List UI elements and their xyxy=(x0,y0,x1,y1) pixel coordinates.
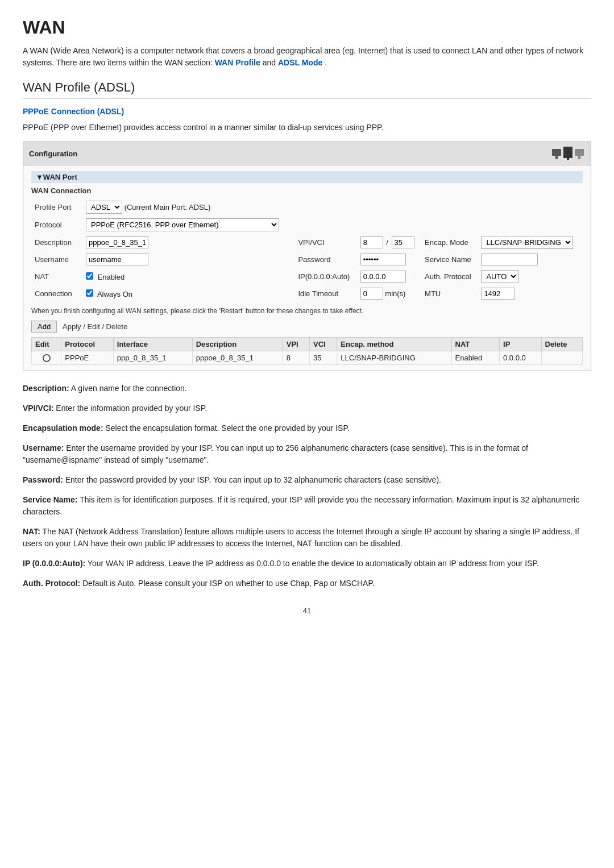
profile-port-suffix: (Current Main Port: ADSL) xyxy=(125,203,211,211)
svg-rect-2 xyxy=(575,149,584,156)
row-edit xyxy=(32,351,61,365)
profile-port-label: Profile Port xyxy=(31,198,82,216)
mtu-input[interactable] xyxy=(481,288,515,300)
section-title: WAN Profile (ADSL) xyxy=(23,80,591,99)
service-name-input[interactable] xyxy=(481,254,538,265)
desc-service-name-text: This item is for identification purposes… xyxy=(23,495,579,516)
col-edit: Edit xyxy=(32,337,61,351)
idle-unit: min(s) xyxy=(385,289,405,298)
col-encap: Encap. method xyxy=(337,337,451,351)
always-on-label: Always On xyxy=(97,290,132,298)
add-button[interactable]: Add xyxy=(31,321,57,333)
row-vpi: 8 xyxy=(283,351,309,365)
desc-description-term: Description: xyxy=(23,384,69,393)
nat-enabled-label: Enabled xyxy=(98,273,125,281)
desc-nat-text: The NAT (Network Address Translation) fe… xyxy=(23,527,579,548)
desc-auth-text: Default is Auto. Please consult your ISP… xyxy=(82,579,375,588)
config-body: ▼WAN Port WAN Connection Profile Port AD… xyxy=(23,165,591,371)
desc-encap-term: Encapsulation mode: xyxy=(23,423,103,433)
encap-select[interactable]: LLC/SNAP-BRIDGING xyxy=(481,236,573,249)
nat-row: NAT Enabled IP(0.0.0.0:Auto) Auth. Proto… xyxy=(31,268,583,285)
desc-nat: NAT: The NAT (Network Address Translatio… xyxy=(23,526,591,550)
desc-username-term: Username: xyxy=(23,443,64,452)
row-vci: 35 xyxy=(310,351,337,365)
desc-description-text: A given name for the connection. xyxy=(71,384,187,393)
config-header-icons xyxy=(551,146,585,161)
page-number: 41 xyxy=(23,607,591,615)
desc-service-name-term: Service Name: xyxy=(23,495,78,504)
table-header: Edit Protocol Interface Description VPI … xyxy=(32,337,583,351)
add-apply-row: Add Apply / Edit / Delete xyxy=(31,321,583,333)
col-nat: NAT xyxy=(451,337,500,351)
subsection-title: PPPoE Connection (ADSL) xyxy=(23,107,591,116)
description-label: Description xyxy=(31,234,82,251)
ip-input[interactable] xyxy=(360,271,406,283)
auth-protocol-select[interactable]: AUTO xyxy=(481,270,518,283)
svg-rect-4 xyxy=(567,158,569,160)
service-name-label: Service Name xyxy=(421,251,478,268)
wan-port-section: ▼WAN Port xyxy=(31,171,583,183)
username-input[interactable] xyxy=(86,254,148,265)
wan-port-label: ▼WAN Port xyxy=(36,173,77,181)
svg-rect-3 xyxy=(555,156,558,159)
row-protocol: PPPoE xyxy=(61,351,114,365)
vci-input[interactable] xyxy=(392,236,414,248)
page-title: WAN xyxy=(23,17,591,38)
table-body: PPPoE ppp_0_8_35_1 pppoe_0_8_35_1 8 35 L… xyxy=(32,351,583,365)
profile-port-select[interactable]: ADSL xyxy=(86,201,122,214)
adsl-mode-link[interactable]: ADSL Mode xyxy=(278,58,322,67)
row-description: pppoe_0_8_35_1 xyxy=(192,351,283,365)
desc-auth: Auth. Protocol: Default is Auto. Please … xyxy=(23,578,591,589)
desc-service-name: Service Name: This item is for identific… xyxy=(23,494,591,518)
desc-encap: Encapsulation mode: Select the encapsula… xyxy=(23,422,591,434)
col-delete: Delete xyxy=(541,337,583,351)
svg-rect-5 xyxy=(578,156,580,159)
connection-row: Connection Always On Idle Timeout min(s)… xyxy=(31,285,583,302)
idle-timeout-input[interactable] xyxy=(360,288,383,300)
description-input[interactable] xyxy=(86,236,148,248)
config-box: Configuration ▼WAN Port WAN Connection P… xyxy=(23,142,591,371)
vpi-label: VPI/VCI xyxy=(294,234,356,251)
wan-profile-link[interactable]: WAN Profile xyxy=(215,58,260,67)
row-encap: LLC/SNAP-BRIDGING xyxy=(337,351,451,365)
protocol-row: Protocol PPPoE (RFC2516, PPP over Ethern… xyxy=(31,216,583,234)
username-row: Username Password Service Name xyxy=(31,251,583,268)
always-on-checkbox[interactable] xyxy=(86,289,93,297)
subsection-desc: PPPoE (PPP over Ethernet) provides acces… xyxy=(23,122,591,134)
desc-ip-text: Your WAN IP address. Leave the IP addres… xyxy=(88,559,539,568)
intro-paragraph: A WAN (Wide Area Network) is a computer … xyxy=(23,45,591,69)
config-header: Configuration xyxy=(23,142,591,165)
protocol-select[interactable]: PPPoE (RFC2516, PPP over Ethernet) xyxy=(86,218,279,231)
desc-vpi-vci: VPI/VCI: Enter the information provided … xyxy=(23,402,591,414)
row-ip: 0.0.0.0 xyxy=(500,351,541,365)
ip-auto-label: IP(0.0.0.0:Auto) xyxy=(294,268,356,285)
encap-label: Encap. Mode xyxy=(421,234,478,251)
apply-edit-delete-label: Apply / Edit / Delete xyxy=(63,322,127,331)
wan-data-table: Edit Protocol Interface Description VPI … xyxy=(31,337,583,366)
nat-label: NAT xyxy=(31,268,82,285)
desc-ip-term: IP (0.0.0.0:Auto): xyxy=(23,559,85,568)
mtu-label: MTU xyxy=(421,285,478,302)
desc-username-text: Enter the username provided by your ISP.… xyxy=(23,443,528,464)
config-note: When you finish configuring all WAN sett… xyxy=(31,306,583,316)
desc-auth-term: Auth. Protocol: xyxy=(23,579,80,588)
desc-ip: IP (0.0.0.0:Auto): Your WAN IP address. … xyxy=(23,558,591,570)
desc-password-term: Password: xyxy=(23,475,63,484)
desc-password-text: Enter the password provided by your ISP.… xyxy=(65,475,441,484)
auth-protocol-label: Auth. Protocol xyxy=(421,268,478,285)
password-input[interactable] xyxy=(360,254,406,265)
protocol-label: Protocol xyxy=(31,216,82,234)
col-interface: Interface xyxy=(113,337,192,351)
row-delete xyxy=(541,351,583,365)
vpi-input[interactable] xyxy=(360,236,383,248)
idle-timeout-label: Idle Timeout xyxy=(294,285,356,302)
desc-vpi-vci-text: Enter the information provided by your I… xyxy=(56,404,207,413)
radio-button[interactable] xyxy=(43,354,51,362)
username-label: Username xyxy=(31,251,82,268)
profile-port-row: Profile Port ADSL (Current Main Port: AD… xyxy=(31,198,583,216)
desc-password: Password: Enter the password provided by… xyxy=(23,474,591,486)
nat-checkbox[interactable] xyxy=(86,272,93,280)
col-vpi: VPI xyxy=(283,337,309,351)
table-header-row: Edit Protocol Interface Description VPI … xyxy=(32,337,583,351)
description-sections: Description: A given name for the connec… xyxy=(23,383,591,589)
